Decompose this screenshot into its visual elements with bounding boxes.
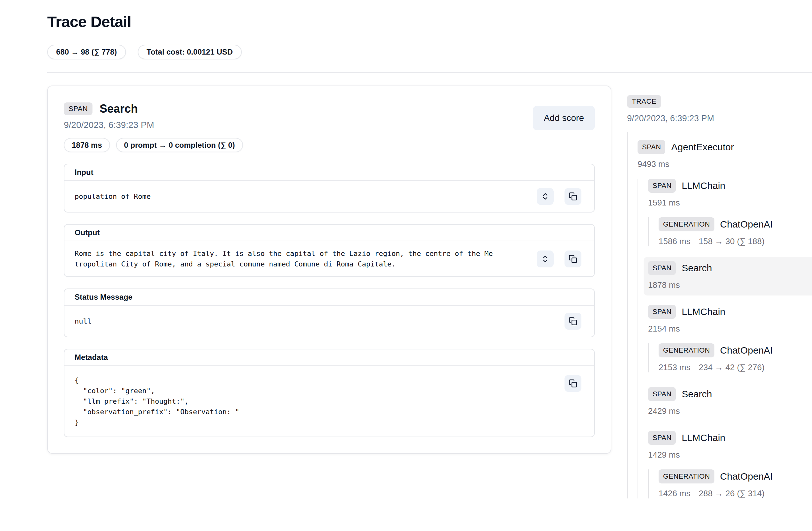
observation-name: Search — [682, 263, 712, 273]
copy-icon — [569, 317, 577, 326]
observation-meta: 1591 ms — [648, 198, 812, 208]
copy-button[interactable] — [565, 313, 581, 330]
observation-name: Search — [682, 389, 712, 400]
tree-node-header: SPANAgentExecutor — [638, 140, 812, 154]
tree-observation-chatopenai[interactable]: GENERATIONChatOpenAI1586 ms158 → 30 (∑ 1… — [658, 217, 812, 246]
observation-duration: 2153 ms — [658, 362, 691, 372]
tree-node-header: GENERATIONChatOpenAI — [658, 470, 812, 484]
content-columns: SPAN Search 9/20/2023, 6:39:23 PM 1878 m… — [0, 73, 812, 513]
trace-tree-root: SPANAgentExecutor9493 msSPANLLMChain1591… — [627, 132, 812, 499]
trace-tree-node: SPANLLMChain2154 msGENERATIONChatOpenAI2… — [648, 305, 812, 372]
total-cost-badge: Total cost: 0.00121 USD — [138, 45, 242, 59]
observation-type-badge: SPAN — [648, 261, 676, 275]
trace-timestamp: 9/20/2023, 6:39:23 PM — [627, 114, 812, 124]
tree-node-children: GENERATIONChatOpenAI1426 ms288 → 26 (∑ 3… — [648, 470, 812, 499]
tree-observation-llmchain[interactable]: SPANLLMChain1429 ms — [648, 431, 812, 460]
observation-type-badge: SPAN — [648, 179, 676, 193]
trace-tree-node: SPANAgentExecutor9493 msSPANLLMChain1591… — [638, 140, 812, 499]
tree-node-header: GENERATIONChatOpenAI — [658, 343, 812, 357]
trace-summary-badges: 680 → 98 (∑ 778) Total cost: 0.00121 USD — [47, 45, 812, 59]
tree-node-header: SPANLLMChain — [648, 305, 812, 319]
add-score-button[interactable]: Add score — [533, 106, 595, 130]
input-value: population of Rome — [75, 191, 537, 202]
trace-type-badge: TRACE — [627, 95, 661, 108]
token-usage-badge: 680 → 98 (∑ 778) — [47, 45, 126, 59]
observation-meta: 2154 ms — [648, 324, 812, 334]
tree-observation-llmchain[interactable]: SPANLLMChain2154 ms — [648, 305, 812, 334]
trace-tree-node: SPANSearch2429 ms — [648, 387, 812, 416]
observation-type-badge: SPAN — [648, 387, 676, 401]
observation-meta: 9493 ms — [638, 159, 812, 169]
observation-meta: 2429 ms — [648, 406, 812, 416]
tree-observation-chatopenai[interactable]: GENERATIONChatOpenAI1426 ms288 → 26 (∑ 3… — [658, 470, 812, 499]
observation-meta: 1586 ms158 → 30 (∑ 188) — [658, 236, 812, 246]
tree-node-header: GENERATIONChatOpenAI — [658, 217, 812, 231]
trace-tree: SPANAgentExecutor9493 msSPANLLMChain1591… — [627, 132, 812, 499]
expand-button[interactable] — [537, 250, 554, 268]
output-actions — [537, 250, 581, 268]
page-header: Trace Detail 680 → 98 (∑ 778) Total cost… — [0, 0, 812, 73]
observation-meta: 1429 ms — [648, 450, 812, 460]
duration-badge: 1878 ms — [64, 138, 110, 152]
observation-token-usage: 158 → 30 (∑ 188) — [699, 236, 765, 246]
observation-name: AgentExecutor — [671, 142, 734, 153]
observation-type-badge: GENERATION — [658, 217, 714, 231]
copy-button[interactable] — [565, 188, 581, 205]
input-section: Input population of Rome — [64, 164, 595, 213]
observation-token-usage: 288 → 26 (∑ 314) — [699, 489, 765, 499]
chevrons-up-down-icon — [541, 192, 550, 201]
tree-observation-agentexecutor[interactable]: SPANAgentExecutor9493 ms — [638, 140, 812, 169]
observation-name: ChatOpenAI — [720, 471, 773, 482]
page-title: Trace Detail — [47, 13, 812, 31]
observation-meta: 1878 ms — [648, 280, 812, 290]
status-value: null — [75, 316, 565, 327]
observation-meta: 2153 ms234 → 42 (∑ 276) — [658, 362, 812, 372]
metadata-section-title: Metadata — [64, 349, 594, 366]
output-section-body: Rome is the capital city of Italy. It is… — [64, 241, 594, 276]
observation-type-badge: GENERATION — [658, 470, 714, 484]
tree-observation-search[interactable]: SPANSearch1878 ms — [648, 261, 812, 290]
chevrons-up-down-icon — [541, 255, 550, 263]
output-section: Output Rome is the capital city of Italy… — [64, 224, 595, 277]
observation-timestamp: 9/20/2023, 6:39:23 PM — [64, 120, 243, 130]
metadata-value: { "color": "green", "llm_prefix": "Thoug… — [75, 375, 565, 428]
tree-node-header: SPANSearch — [648, 261, 812, 275]
observation-type-badge: SPAN — [638, 140, 665, 154]
trace-tree-node: SPANLLMChain1429 msGENERATIONChatOpenAI1… — [648, 431, 812, 499]
tree-node-header: SPANSearch — [648, 387, 812, 401]
observation-duration: 1426 ms — [658, 489, 691, 499]
observation-type-badge: SPAN — [64, 102, 92, 115]
copy-icon — [569, 255, 577, 263]
observation-card: SPAN Search 9/20/2023, 6:39:23 PM 1878 m… — [47, 86, 611, 454]
usage-badge: 0 prompt → 0 completion (∑ 0) — [116, 138, 243, 152]
metadata-section-body: { "color": "green", "llm_prefix": "Thoug… — [64, 366, 594, 436]
copy-button[interactable] — [565, 375, 581, 392]
observation-name: Search — [100, 102, 138, 116]
tree-observation-chatopenai[interactable]: GENERATIONChatOpenAI2153 ms234 → 42 (∑ 2… — [658, 343, 812, 372]
observation-name: ChatOpenAI — [720, 345, 773, 356]
observation-title-row: SPAN Search — [64, 102, 243, 116]
observation-duration: 1878 ms — [648, 280, 680, 290]
observation-name: LLMChain — [682, 180, 725, 191]
trace-tree-sidebar: TRACE 9/20/2023, 6:39:23 PM SPANAgentExe… — [627, 73, 812, 513]
observation-meta: 1426 ms288 → 26 (∑ 314) — [658, 489, 812, 499]
copy-icon — [569, 379, 577, 388]
output-value: Rome is the capital city of Italy. It is… — [75, 248, 494, 269]
observation-duration: 1429 ms — [648, 450, 680, 460]
status-section-body: null — [64, 306, 594, 337]
trace-tree-node: SPANSearch1878 ms — [648, 261, 812, 290]
tree-node-header: SPANLLMChain — [648, 179, 812, 193]
observation-duration: 1591 ms — [648, 198, 680, 208]
metadata-section: Metadata { "color": "green", "llm_prefix… — [64, 349, 595, 437]
trace-tree-node: GENERATIONChatOpenAI2153 ms234 → 42 (∑ 2… — [658, 343, 812, 372]
observation-duration: 9493 ms — [638, 159, 669, 169]
copy-button[interactable] — [565, 250, 581, 268]
tree-observation-search[interactable]: SPANSearch2429 ms — [648, 387, 812, 416]
trace-tree-node: GENERATIONChatOpenAI1426 ms288 → 26 (∑ 3… — [658, 470, 812, 499]
tree-node-children: SPANLLMChain1591 msGENERATIONChatOpenAI1… — [638, 179, 812, 499]
expand-button[interactable] — [537, 188, 554, 205]
input-section-body: population of Rome — [64, 181, 594, 212]
observation-type-badge: SPAN — [648, 305, 676, 319]
tree-observation-llmchain[interactable]: SPANLLMChain1591 ms — [648, 179, 812, 208]
observation-header-left: SPAN Search 9/20/2023, 6:39:23 PM 1878 m… — [64, 102, 243, 152]
